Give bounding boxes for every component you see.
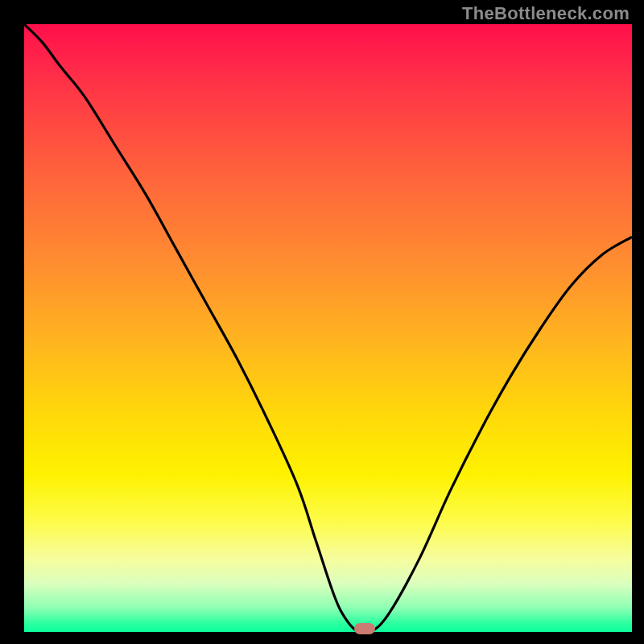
attribution-text: TheBottleneck.com	[462, 3, 630, 24]
bottleneck-curve	[24, 24, 632, 632]
curve-path	[24, 24, 632, 632]
optimal-marker	[354, 623, 375, 634]
chart-frame: TheBottleneck.com	[0, 0, 644, 644]
plot-area	[24, 24, 632, 632]
